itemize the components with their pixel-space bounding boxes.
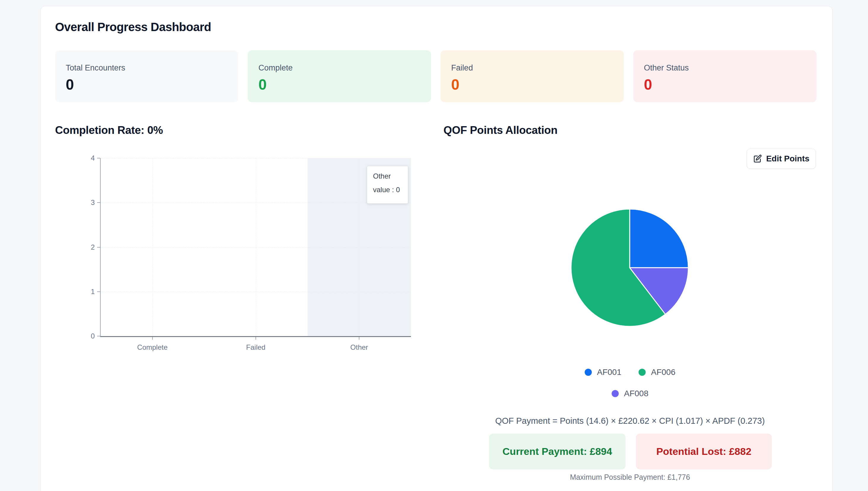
tooltip-value: value : 0	[373, 186, 402, 194]
edit-points-button[interactable]: Edit Points	[747, 149, 816, 169]
stat-card-value: 0	[644, 77, 806, 92]
completion-rate-bar-chart: 01234CompleteFailedOther Other value : 0	[100, 158, 411, 337]
stat-card-value: 0	[451, 77, 613, 92]
legend-item-af006[interactable]: AF006	[638, 368, 676, 377]
potential-lost-box: Potential Lost: £882	[636, 434, 772, 469]
stat-card-label: Failed	[451, 63, 613, 73]
stat-card-label: Other Status	[644, 63, 806, 73]
y-tick-label: 0	[82, 333, 95, 340]
chart-tooltip: Other value : 0	[367, 166, 408, 204]
qof-payment-formula: QOF Payment = Points (14.6) × £220.62 × …	[444, 416, 816, 426]
legend-dot-icon	[638, 369, 646, 376]
legend-label: AF008	[624, 389, 649, 398]
qof-points-pie-chart	[570, 208, 689, 327]
pie-slice-af001[interactable]	[630, 209, 688, 268]
tooltip-title: Other	[373, 172, 402, 180]
y-axis-tick	[97, 247, 100, 248]
edit-points-label: Edit Points	[766, 154, 809, 164]
x-gridline	[152, 158, 153, 336]
legend-label: AF006	[651, 368, 676, 377]
stat-card-complete: Complete 0	[248, 50, 431, 102]
max-payment-text: Maximum Possible Payment: £1,776	[444, 473, 816, 482]
stat-card-value: 0	[259, 77, 420, 92]
completion-rate-heading: Completion Rate: 0%	[55, 124, 163, 137]
y-axis-tick	[97, 202, 100, 203]
stat-card-label: Complete	[259, 63, 420, 73]
legend-row: AF008	[611, 389, 649, 398]
x-tick-label: Other	[350, 343, 368, 351]
legend-label: AF001	[597, 368, 622, 377]
y-axis-tick	[97, 158, 100, 158]
legend-item-af001[interactable]: AF001	[585, 368, 622, 377]
dashboard-panel: Overall Progress Dashboard Total Encount…	[40, 6, 833, 491]
y-tick-label: 4	[82, 154, 95, 162]
x-tick-label: Failed	[246, 343, 265, 351]
stat-cards-row: Total Encounters 0 Complete 0 Failed 0 O…	[55, 50, 816, 102]
legend-dot-icon	[611, 390, 619, 397]
x-gridline	[359, 158, 359, 336]
x-gridline	[256, 158, 256, 336]
x-tick-label: Complete	[137, 343, 168, 351]
page-title: Overall Progress Dashboard	[55, 21, 211, 34]
stat-card-other-status: Other Status 0	[633, 50, 816, 102]
legend-item-af008[interactable]: AF008	[611, 389, 649, 398]
current-payment-box: Current Payment: £894	[489, 434, 626, 469]
edit-icon	[753, 154, 762, 163]
legend-dot-icon	[585, 369, 592, 376]
y-tick-label: 1	[82, 288, 95, 295]
y-axis-tick	[97, 336, 100, 337]
y-axis-tick	[97, 291, 100, 292]
pie-legend: AF001AF006AF008	[444, 368, 816, 398]
qof-points-heading: QOF Points Allocation	[444, 124, 558, 137]
x-axis-tick	[152, 337, 153, 340]
y-tick-label: 2	[82, 244, 95, 251]
stat-card-value: 0	[66, 77, 228, 92]
stat-card-total-encounters: Total Encounters 0	[55, 50, 238, 102]
stat-card-label: Total Encounters	[66, 63, 228, 73]
y-tick-label: 3	[82, 199, 95, 206]
x-axis-tick	[359, 337, 359, 340]
stat-card-failed: Failed 0	[441, 50, 624, 102]
x-axis-tick	[256, 337, 256, 340]
legend-row: AF001AF006	[585, 368, 676, 377]
